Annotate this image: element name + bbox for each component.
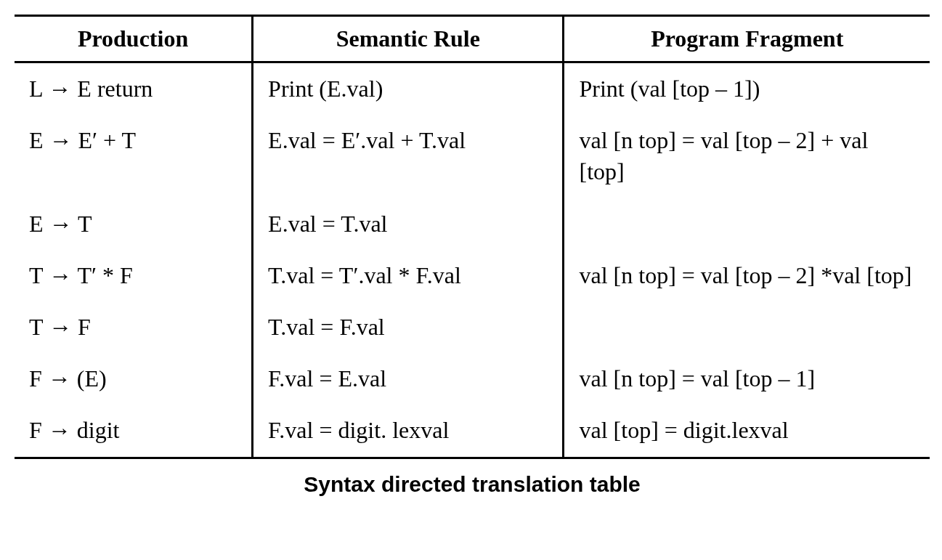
table-row: L → E return Print (E.val) Print (val [t… — [15, 62, 930, 115]
table-row: F → digit F.val = digit. lexval val [top… — [15, 405, 930, 458]
cell-production: E → E′ + T — [15, 115, 253, 198]
cell-production: L → E return — [15, 62, 253, 115]
cell-fragment — [564, 301, 930, 353]
table-row: E → E′ + T E.val = E′.val + T.val val [n… — [15, 115, 930, 198]
cell-semantic: F.val = digit. lexval — [253, 405, 564, 458]
table-row: T → F T.val = F.val — [15, 301, 930, 353]
cell-production: E → T — [15, 198, 253, 250]
cell-semantic: E.val = E′.val + T.val — [253, 115, 564, 198]
cell-fragment: val [n top] = val [top – 2] *val [top] — [564, 250, 930, 301]
table-row: E → T E.val = T.val — [15, 198, 930, 250]
cell-fragment: val [n top] = val [top – 2] + val [top] — [564, 115, 930, 198]
cell-production: T → F — [15, 301, 253, 353]
cell-fragment: val [top] = digit.lexval — [564, 405, 930, 458]
cell-semantic: F.val = E.val — [253, 353, 564, 405]
table-caption: Syntax directed translation table — [15, 472, 930, 497]
translation-table: Production Semantic Rule Program Fragmen… — [15, 15, 930, 459]
table-row: F → (E) F.val = E.val val [n top] = val … — [15, 353, 930, 405]
cell-fragment: Print (val [top – 1]) — [564, 62, 930, 115]
table-header-row: Production Semantic Rule Program Fragmen… — [15, 16, 930, 62]
cell-semantic: T.val = T′.val * F.val — [253, 250, 564, 301]
header-production: Production — [15, 16, 253, 62]
translation-table-container: Production Semantic Rule Program Fragmen… — [15, 15, 930, 497]
cell-fragment: val [n top] = val [top – 1] — [564, 353, 930, 405]
cell-production: F → (E) — [15, 353, 253, 405]
cell-semantic: T.val = F.val — [253, 301, 564, 353]
cell-semantic: Print (E.val) — [253, 62, 564, 115]
cell-production: T → T′ * F — [15, 250, 253, 301]
header-program-fragment: Program Fragment — [564, 16, 930, 62]
cell-semantic: E.val = T.val — [253, 198, 564, 250]
table-row: T → T′ * F T.val = T′.val * F.val val [n… — [15, 250, 930, 301]
cell-production: F → digit — [15, 405, 253, 458]
cell-fragment — [564, 198, 930, 250]
header-semantic-rule: Semantic Rule — [253, 16, 564, 62]
